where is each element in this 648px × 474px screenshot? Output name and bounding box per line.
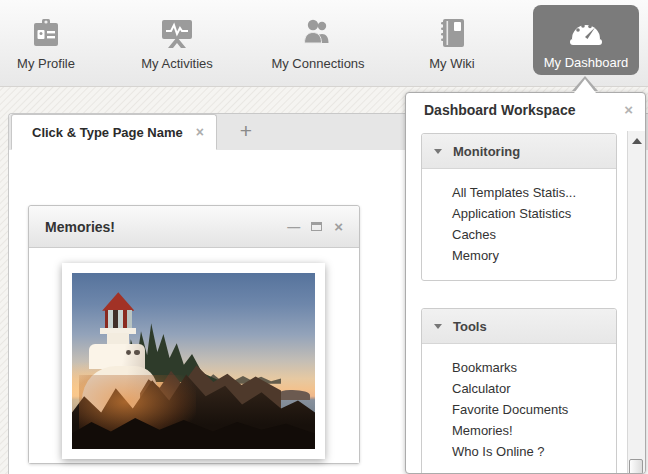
list-item[interactable]: Memory	[452, 245, 610, 266]
panel-scrollbar[interactable]	[627, 131, 645, 473]
scroll-up-icon	[632, 138, 642, 144]
lighthouse-sunset-photo	[72, 273, 315, 449]
lighthouse-window	[134, 350, 139, 355]
nav-label: My Dashboard	[544, 55, 629, 70]
panel-sections: Monitoring All Templates Statis... Appli…	[421, 133, 617, 474]
nav-item-my-wiki[interactable]: My Wiki	[397, 0, 507, 82]
memories-widget: Memories! — ×	[28, 205, 360, 464]
scroll-up-button[interactable]	[628, 134, 645, 148]
new-tab-button[interactable]: +	[235, 114, 257, 150]
tab-close-icon[interactable]: ×	[196, 124, 204, 140]
notebook-icon	[434, 14, 470, 52]
scrollbar-thumb[interactable]	[629, 459, 643, 474]
section-title: Monitoring	[453, 144, 520, 159]
nav-item-my-dashboard[interactable]: My Dashboard	[533, 5, 639, 75]
list-item[interactable]: Who Is Online ?	[452, 441, 610, 462]
widget-body	[29, 248, 359, 463]
nav-label: My Connections	[271, 56, 364, 71]
list-item[interactable]: Caches	[452, 224, 610, 245]
minimize-icon[interactable]: —	[287, 220, 299, 233]
maximize-icon[interactable]	[311, 222, 322, 231]
nav-label: My Wiki	[429, 56, 475, 71]
dashboard-workspace-panel: Dashboard Workspace × Monitoring All Tem…	[405, 92, 646, 474]
panel-close-icon[interactable]: ×	[624, 102, 633, 117]
list-item[interactable]: Application Statistics	[452, 203, 610, 224]
nav-label: My Profile	[17, 56, 75, 71]
collapse-arrow-icon	[434, 324, 442, 329]
panel-header: Dashboard Workspace	[406, 93, 645, 127]
lighthouse-lantern	[105, 310, 132, 330]
photo-frame	[62, 263, 325, 459]
widget-title: Memories!	[45, 219, 115, 235]
nav-item-my-activities[interactable]: My Activities	[122, 0, 232, 82]
nav-item-my-profile[interactable]: My Profile	[0, 0, 101, 82]
collapse-arrow-icon	[434, 149, 442, 154]
activity-board-icon	[158, 14, 196, 52]
lighthouse-building-upper	[89, 344, 145, 369]
panel-title: Dashboard Workspace	[424, 102, 575, 118]
list-item[interactable]: Memories!	[452, 420, 610, 441]
widget-titlebar[interactable]: Memories! — ×	[29, 206, 359, 248]
panel-pointer-icon	[574, 79, 596, 93]
section-title: Tools	[453, 319, 487, 334]
section-monitoring-header[interactable]: Monitoring	[422, 134, 616, 169]
people-icon	[299, 14, 337, 52]
section-monitoring-list: All Templates Statis... Application Stat…	[422, 169, 616, 280]
id-badge-icon	[28, 14, 64, 52]
nav-label: My Activities	[141, 56, 213, 71]
app-window: My Profile My Activities	[0, 0, 648, 474]
section-tools-list: Bookmarks Calculator Favorite Documents …	[422, 344, 616, 474]
island	[279, 390, 311, 400]
list-item[interactable]: Favorite Documents	[452, 399, 610, 420]
section-monitoring: Monitoring All Templates Statis... Appli…	[421, 133, 617, 281]
list-item[interactable]: All Templates Statis...	[452, 182, 610, 203]
lighthouse-roof	[102, 292, 134, 310]
nav-item-my-connections[interactable]: My Connections	[263, 0, 373, 82]
gauge-icon	[566, 13, 606, 51]
tab-label: Click & Type Page Name	[32, 125, 188, 140]
list-item[interactable]: Bookmarks	[452, 357, 610, 378]
tab-page[interactable]: Click & Type Page Name ×	[11, 114, 217, 150]
close-icon[interactable]: ×	[334, 219, 343, 234]
section-tools: Tools Bookmarks Calculator Favorite Docu…	[421, 308, 617, 474]
list-item[interactable]: Calculator	[452, 378, 610, 399]
top-navbar: My Profile My Activities	[0, 0, 648, 87]
section-tools-header[interactable]: Tools	[422, 309, 616, 344]
widget-controls: — ×	[287, 219, 343, 234]
